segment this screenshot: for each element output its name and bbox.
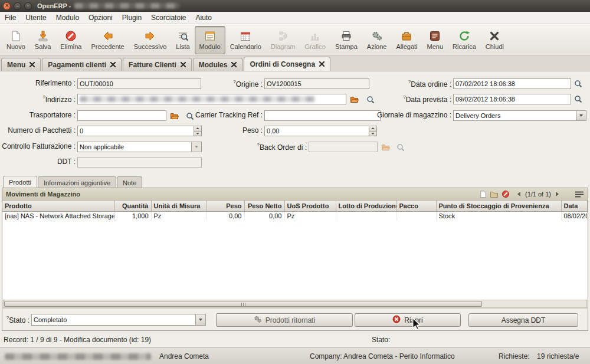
chevron-down-icon <box>191 142 201 152</box>
window-close-button[interactable]: ✕ <box>3 2 11 10</box>
user-name-text: Andrea Cometa <box>159 352 209 360</box>
tab-close-icon[interactable] <box>181 61 186 69</box>
origine-field[interactable]: OV1200015 <box>264 78 369 89</box>
search-address-icon[interactable] <box>365 94 376 104</box>
attachments-button[interactable]: Allegati <box>391 26 422 54</box>
chevron-down-icon[interactable] <box>576 111 586 120</box>
stato-dropdown[interactable]: Completato <box>31 314 206 326</box>
tab-note[interactable]: Note <box>117 176 142 188</box>
printer-icon <box>340 30 352 42</box>
table-row[interactable]: [nas] NAS - Network Attached Storage 1,0… <box>2 211 588 221</box>
giornale-dropdown[interactable]: Delivery Orders <box>453 110 586 121</box>
company-label: Company: <box>310 352 342 360</box>
horizontal-scrollbar[interactable] <box>3 300 587 308</box>
reopen-button[interactable]: Riapri <box>355 313 461 327</box>
title-bar[interactable]: ✕ – ▫ OpenERP - <box>0 0 590 12</box>
print-button[interactable]: Stampa <box>330 26 362 54</box>
date-picker-icon[interactable] <box>573 78 584 88</box>
next-button[interactable]: Successivo <box>129 26 172 54</box>
column-header[interactable]: Data <box>561 201 588 211</box>
delete-record-icon[interactable] <box>502 190 510 198</box>
controllo-fatturazione-dropdown[interactable]: Non applicabile <box>77 142 202 152</box>
menu-utente[interactable]: Utente <box>21 12 51 23</box>
column-header[interactable]: Quantità <box>114 201 151 211</box>
controllo-fatturazione-label: Controllo Fatturazione : <box>0 142 76 150</box>
requests-label[interactable]: Richieste: <box>499 352 530 360</box>
tab-close-icon[interactable] <box>30 61 35 69</box>
column-header[interactable]: UoS Prodotto <box>284 201 336 211</box>
ddt-label: DDT : <box>0 158 76 166</box>
peso-label: Peso : <box>236 126 263 135</box>
trasportatore-field[interactable] <box>77 110 166 121</box>
returned-products-button[interactable]: Prodotti ritornati <box>216 313 353 327</box>
redacted-address-text <box>80 96 316 102</box>
stato-status-text: Stato: <box>372 336 390 344</box>
spinner-buttons[interactable] <box>369 126 376 136</box>
menu-modulo[interactable]: Modulo <box>51 12 84 23</box>
open-resource-folder-icon[interactable] <box>349 94 359 104</box>
carrier-ref-field[interactable] <box>264 110 381 121</box>
tab-informazioni-aggiuntive[interactable]: Informazioni aggiuntive <box>38 176 116 188</box>
tab-prodotti[interactable]: Prodotti <box>3 176 37 188</box>
calendar-view-button[interactable]: Calendario <box>225 26 266 54</box>
delete-button[interactable]: Elimina <box>55 26 86 54</box>
scrollbar-thumb[interactable] <box>4 301 482 307</box>
assign-ddt-button[interactable]: Assegna DDT <box>468 313 578 327</box>
column-header[interactable]: Peso <box>206 201 244 211</box>
column-header[interactable]: Unità di Misura <box>151 201 206 211</box>
tab-modules[interactable]: Modules <box>193 58 243 71</box>
riferimento-field[interactable]: OUT/00010 <box>77 78 201 89</box>
requests-count-text[interactable]: 19 richiesta/e <box>537 352 579 360</box>
tab-close-icon[interactable] <box>231 61 237 69</box>
menu-button[interactable]: Menu <box>422 26 448 54</box>
column-header[interactable]: Prodotto <box>2 201 114 211</box>
tab-pagamenti-clienti[interactable]: Pagamenti clienti <box>42 58 122 71</box>
window-minimize-button[interactable]: – <box>14 2 21 10</box>
form-view-button[interactable]: Modulo <box>195 26 225 54</box>
list-view-button[interactable]: Lista <box>171 26 194 54</box>
indirizzo-field[interactable] <box>77 94 346 104</box>
column-header[interactable]: Peso Netto <box>244 201 284 211</box>
menu-plugin[interactable]: Plugin <box>117 12 146 23</box>
data-prevista-field[interactable]: 09/02/2012 18:06:38 <box>453 94 571 104</box>
menu-aiuto[interactable]: Aiuto <box>191 12 216 23</box>
open-record-icon[interactable] <box>490 190 499 198</box>
new-document-icon <box>10 30 22 42</box>
column-header[interactable]: Punto di Stoccaggio di Provenienza <box>436 201 561 211</box>
stato-label: ?Stato : <box>6 315 30 324</box>
tab-ordini-di-consegna[interactable]: Ordini di Consegna <box>244 57 330 71</box>
menu-file[interactable]: File <box>0 12 21 23</box>
reload-button[interactable]: Ricarica <box>448 26 481 54</box>
data-ordine-field[interactable]: 07/02/2012 18:06:38 <box>453 78 571 89</box>
new-button[interactable]: Nuovo <box>2 26 30 54</box>
action-button[interactable]: Azione <box>362 26 392 54</box>
tab-close-icon[interactable] <box>110 61 116 69</box>
close-button[interactable]: Chiudi <box>481 26 509 54</box>
date-picker-icon[interactable] <box>573 94 584 104</box>
pagination-next-icon[interactable] <box>556 192 559 196</box>
save-button[interactable]: Salva <box>30 26 56 54</box>
section-title: Movimenti di Magazzino <box>6 191 80 198</box>
pagination-prev-icon[interactable] <box>517 192 520 196</box>
numero-pacchetti-field[interactable]: 0 <box>77 126 202 136</box>
search-icon <box>395 142 406 152</box>
switch-view-icon[interactable] <box>575 191 584 198</box>
new-record-icon[interactable] <box>479 190 487 198</box>
tab-menu[interactable]: Menu <box>1 58 41 71</box>
menu-scorciatoie[interactable]: Scorciatoie <box>146 12 191 23</box>
menu-opzioni[interactable]: Opzioni <box>84 12 117 23</box>
spinner-buttons[interactable] <box>194 126 201 136</box>
window-maximize-button[interactable]: ▫ <box>24 2 32 10</box>
giornale-label: Giornale di magazzino : <box>375 111 451 119</box>
graph-view-button: Grafico <box>300 26 330 54</box>
column-header[interactable]: Pacco <box>396 201 436 211</box>
chevron-down-icon[interactable] <box>195 314 205 325</box>
status-bar: Record: 1 / 9 di 9 - Modifica documento … <box>0 331 590 347</box>
previous-button[interactable]: Precedente <box>86 26 129 54</box>
tab-fatture-clienti[interactable]: Fatture Clienti <box>123 58 192 71</box>
open-resource-folder-icon[interactable] <box>169 110 179 120</box>
peso-field[interactable]: 0,00 <box>264 126 377 136</box>
column-header[interactable]: Lotto di Produzione <box>336 201 396 211</box>
tab-close-icon[interactable] <box>319 60 324 68</box>
arrow-left-icon <box>102 30 114 42</box>
